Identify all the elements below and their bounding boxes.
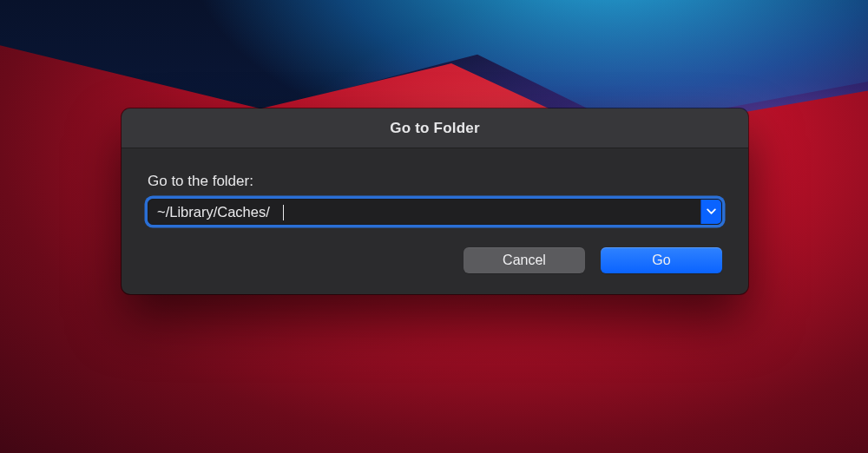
folder-path-combobox[interactable] [148,199,722,225]
folder-path-label: Go to the folder: [148,173,722,190]
cancel-button[interactable]: Cancel [464,247,585,273]
dialog-body: Go to the folder: Cancel Go [122,148,748,294]
history-dropdown-button[interactable] [700,200,721,224]
go-to-folder-dialog: Go to Folder Go to the folder: Cancel Go [122,108,748,294]
chevron-down-icon [707,208,716,215]
folder-path-input[interactable] [148,200,700,224]
dialog-button-row: Cancel Go [148,247,722,273]
dialog-titlebar: Go to Folder [122,108,748,148]
dialog-title: Go to Folder [390,120,479,137]
go-button[interactable]: Go [601,247,722,273]
